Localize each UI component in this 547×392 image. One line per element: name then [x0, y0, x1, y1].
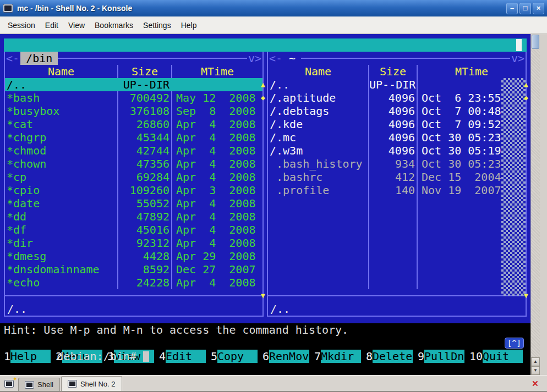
tab-shell[interactable]: Shell — [18, 378, 60, 391]
scrollbar-thumb[interactable] — [532, 35, 539, 49]
file-row[interactable]: /.mc 4096 Oct 30 05:23 — [268, 131, 526, 144]
fnkey-delete[interactable]: 8Delete — [366, 350, 418, 363]
fnkey-quit[interactable]: 10Quit — [469, 350, 530, 363]
terminal-screen[interactable]: LeftFileCommandOptionsRight <- /bin v> — [0, 34, 530, 375]
panel-dropdown-arrow[interactable]: v> — [247, 52, 262, 65]
column-header-size[interactable]: Size — [368, 65, 418, 78]
file-size: 26860 — [117, 118, 172, 131]
fnkey-mkdir[interactable]: 7Mkdir — [314, 350, 366, 363]
file-row[interactable] — [268, 236, 526, 250]
file-row[interactable]: *date 55052 Apr 4 2008 — [5, 197, 262, 210]
file-size — [368, 210, 418, 223]
menu-view[interactable]: View — [63, 18, 90, 32]
scroll-position-badge[interactable]: [^] — [505, 338, 524, 349]
menu-help[interactable]: Help — [176, 18, 202, 32]
file-name — [268, 236, 368, 250]
file-mtime: Apr 4 2008 — [172, 118, 262, 131]
menu-session[interactable]: Session — [3, 18, 40, 32]
file-row[interactable]: *chgrp 45344 Apr 4 2008 — [5, 131, 262, 144]
file-row[interactable] — [268, 197, 526, 210]
file-row[interactable]: /.aptitude 4096 Oct 6 23:55 — [268, 91, 526, 104]
file-mtime: Sep 8 2008 — [172, 104, 262, 118]
file-row[interactable]: /.. UP--DIR — [268, 78, 526, 91]
file-row[interactable]: *cp 69284 Apr 4 2008 — [5, 170, 262, 184]
column-header-size[interactable]: Size — [117, 65, 172, 78]
file-row[interactable]: /.. UP--DIR — [5, 78, 262, 91]
right-panel-path[interactable]: ~ — [283, 52, 301, 65]
file-row[interactable]: /.debtags 4096 Oct 7 00:48 — [268, 104, 526, 118]
scrollbar-up-button[interactable]: ▲ — [531, 357, 540, 366]
left-panel-titlebar: <- /bin v> — [5, 52, 262, 65]
file-mtime: Apr 4 2008 — [172, 131, 262, 144]
file-row[interactable]: *chown 47356 Apr 4 2008 — [5, 157, 262, 170]
file-name: *date — [5, 197, 117, 210]
file-row[interactable] — [268, 263, 526, 276]
file-size: 140 — [368, 184, 418, 197]
tab-shell-no-2[interactable]: Shell No. 2 — [61, 376, 122, 391]
terminal-icon — [68, 380, 77, 388]
file-row[interactable]: *bash 700492 May 12 2008 — [5, 91, 262, 104]
fnkey-label: Delete — [373, 350, 413, 363]
menu-edit[interactable]: Edit — [40, 18, 63, 32]
fnkey-pulldn[interactable]: 9PullDn — [418, 350, 469, 363]
file-mtime: Apr 4 2008 — [172, 170, 262, 184]
maximize-button[interactable]: □ — [519, 3, 531, 14]
fnkey-renmov[interactable]: 6RenMov — [262, 350, 314, 363]
file-row[interactable]: *dmesg 4428 Apr 29 2008 — [5, 250, 262, 263]
panel-scroll-up-icon[interactable]: ▲ — [258, 78, 268, 91]
panel-scroll-down-icon[interactable]: ▼ — [521, 289, 531, 302]
file-size: 47356 — [117, 157, 172, 170]
column-header-name[interactable]: Name — [5, 65, 117, 78]
file-row[interactable]: .bash_history 934 Oct 30 05:23 — [268, 157, 526, 170]
window-titlebar[interactable]: mc - /bin - Shell No. 2 - Konsole – □ × — [0, 0, 547, 16]
file-row[interactable] — [268, 223, 526, 236]
panel-back-arrow[interactable]: <- — [5, 52, 20, 65]
terminal-area: LeftFileCommandOptionsRight <- /bin v> — [0, 34, 547, 375]
file-row[interactable]: /.kde 4096 Oct 7 09:52 — [268, 118, 526, 131]
file-size: 45344 — [117, 131, 172, 144]
scrollbar-down-button[interactable]: ▼ — [531, 366, 540, 375]
file-row[interactable] — [268, 210, 526, 223]
file-size: 69284 — [117, 170, 172, 184]
file-row[interactable]: *echo 24228 Apr 4 2008 — [5, 276, 262, 289]
file-row[interactable]: .bashrc 412 Dec 15 2004 — [268, 170, 526, 184]
file-row[interactable]: .profile 140 Nov 19 2007 — [268, 184, 526, 197]
fnkey-copy[interactable]: 5Copy — [211, 350, 262, 363]
fnkey-label: Mkdir — [321, 350, 361, 363]
file-size: 4096 — [368, 118, 418, 131]
fnkey-number: 8 — [366, 350, 373, 363]
fnkey-number: 10 — [469, 350, 483, 363]
terminal-scrollbar[interactable]: ▲ ▼ — [530, 34, 540, 375]
command-line[interactable]: debian:/bin# [^] — [0, 336, 530, 350]
mc-menubar: LeftFileCommandOptionsRight — [4, 38, 527, 52]
menu-bookmarks[interactable]: Bookmarks — [90, 18, 138, 32]
file-row[interactable]: /.w3m 4096 Oct 30 05:19 — [268, 144, 526, 157]
file-row[interactable]: *cat 26860 Apr 4 2008 — [5, 118, 262, 131]
file-row[interactable]: *busybox 376108 Sep 8 2008 — [5, 104, 262, 118]
file-row[interactable] — [268, 250, 526, 263]
column-header-mtime[interactable]: MTime — [172, 65, 262, 78]
file-row[interactable]: *cpio 109260 Apr 3 2008 — [5, 184, 262, 197]
column-header-mtime[interactable]: MTime — [418, 65, 526, 78]
menu-settings[interactable]: Settings — [138, 18, 176, 32]
file-row[interactable]: *chmod 42744 Apr 4 2008 — [5, 144, 262, 157]
close-button[interactable]: × — [533, 3, 544, 14]
new-session-button[interactable]: ✦ — [2, 377, 17, 390]
close-session-button[interactable]: ✕ — [528, 377, 543, 390]
panel-scroll-down-icon[interactable]: ▼ — [258, 289, 268, 302]
fnkey-edit[interactable]: 4Edit — [159, 350, 211, 363]
file-row[interactable]: *dnsdomainname 8592 Dec 27 2007 — [5, 263, 262, 276]
panel-dropdown-arrow[interactable]: v> — [510, 52, 526, 65]
panel-scroll-mark-icon: ◆ — [521, 91, 531, 104]
terminal-icon — [25, 381, 34, 389]
column-header-name[interactable]: Name — [268, 65, 368, 78]
scrollbar-track[interactable] — [531, 49, 540, 357]
file-row[interactable]: *dir 92312 Apr 4 2008 — [5, 236, 262, 250]
file-row[interactable]: *dd 47892 Apr 4 2008 — [5, 210, 262, 223]
panel-scroll-up-icon[interactable]: ▲ — [521, 78, 531, 91]
file-row[interactable]: *df 45016 Apr 4 2008 — [5, 223, 262, 236]
left-panel-path[interactable]: /bin — [20, 52, 58, 65]
file-row[interactable] — [268, 276, 526, 289]
minimize-button[interactable]: – — [506, 3, 518, 14]
panel-back-arrow[interactable]: <- — [268, 52, 283, 65]
